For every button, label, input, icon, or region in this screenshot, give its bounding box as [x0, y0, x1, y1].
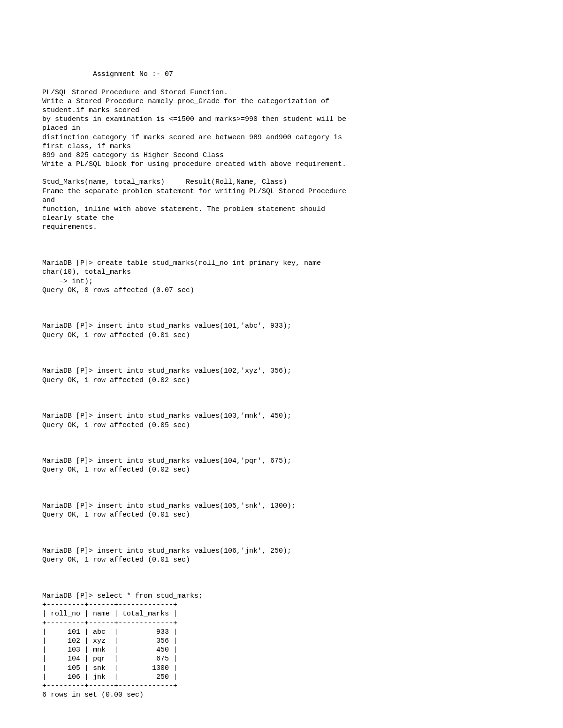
- blank-line-6: [42, 484, 521, 493]
- blank-line-2: [42, 304, 521, 313]
- sql-insert-2: MariaDB [P]> insert into stud_marks valu…: [42, 367, 521, 384]
- sql-insert-5: MariaDB [P]> insert into stud_marks valu…: [42, 502, 521, 519]
- assignment-title: Assignment No :- 07: [42, 70, 521, 79]
- blank-line-4: [42, 394, 521, 403]
- sql-insert-6: MariaDB [P]> insert into stud_marks valu…: [42, 547, 521, 564]
- document-page: Assignment No :- 07 PL/SQL Stored Proced…: [0, 0, 563, 728]
- blank-line-5: [42, 439, 521, 448]
- sql-create-table: MariaDB [P]> create table stud_marks(rol…: [42, 259, 521, 295]
- blank-line-3: [42, 349, 521, 358]
- sql-insert-4: MariaDB [P]> insert into stud_marks valu…: [42, 457, 521, 474]
- assignment-description: PL/SQL Stored Procedure and Stored Funct…: [42, 88, 521, 232]
- sql-insert-3: MariaDB [P]> insert into stud_marks valu…: [42, 412, 521, 429]
- blank-line-7: [42, 529, 521, 538]
- sql-insert-1: MariaDB [P]> insert into stud_marks valu…: [42, 322, 521, 339]
- blank-line-8: [42, 574, 521, 583]
- sql-select-result: MariaDB [P]> select * from stud_marks; +…: [42, 592, 521, 699]
- blank-line-1: [42, 241, 521, 250]
